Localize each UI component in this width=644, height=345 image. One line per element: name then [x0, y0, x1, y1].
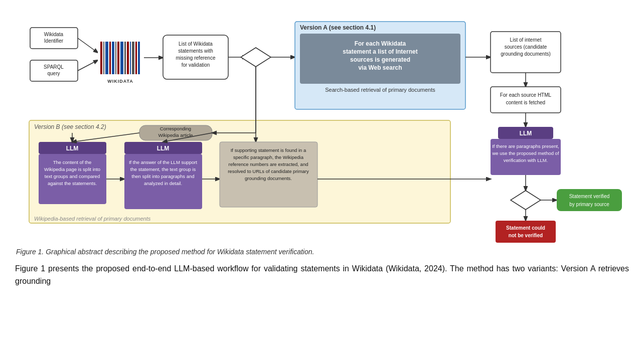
svg-text:text groups and compared: text groups and compared — [45, 174, 100, 179]
svg-text:The content of the: The content of the — [53, 159, 92, 165]
svg-text:WIKIDATA: WIKIDATA — [107, 79, 133, 84]
svg-text:via Web search: via Web search — [358, 64, 402, 71]
svg-text:content is fetched: content is fetched — [506, 100, 545, 105]
svg-rect-18 — [115, 42, 116, 74]
body-text: Figure 1 presents the proposed end-to-en… — [15, 263, 629, 288]
svg-text:sources (candidate: sources (candidate — [505, 44, 547, 50]
svg-text:LLM: LLM — [157, 145, 170, 152]
svg-text:analyzed in detail.: analyzed in detail. — [144, 181, 182, 186]
svg-text:List of internet: List of internet — [510, 37, 542, 43]
svg-text:sources is generated: sources is generated — [350, 56, 410, 63]
svg-text:LLM: LLM — [520, 130, 532, 137]
svg-text:we use the proposed method of: we use the proposed method of — [492, 150, 559, 156]
svg-text:Statement verified: Statement verified — [569, 194, 610, 199]
svg-text:grounding documents): grounding documents) — [501, 51, 551, 57]
svg-text:Wikidata: Wikidata — [44, 32, 64, 37]
diagram-svg: Version B (see section 4.2) Wikipedia-ba… — [15, 10, 629, 246]
svg-rect-19 — [117, 42, 119, 74]
svg-text:For each source HTML: For each source HTML — [500, 92, 552, 98]
svg-text:If supporting statement is fou: If supporting statement is found in a — [231, 147, 306, 153]
svg-text:then split into paragraphs and: then split into paragraphs and — [131, 174, 194, 179]
svg-rect-25 — [135, 42, 137, 74]
page-container: Version B (see section 4.2) Wikipedia-ba… — [0, 0, 644, 298]
figure-caption: Figure 1. Graphical abstract describing … — [15, 248, 629, 256]
svg-text:resolved to URLs of candidate : resolved to URLs of candidate primary — [228, 168, 309, 174]
svg-rect-17 — [112, 42, 114, 74]
svg-text:against the statements.: against the statements. — [48, 181, 97, 186]
svg-text:Statement could: Statement could — [506, 225, 545, 231]
svg-text:missing reference: missing reference — [176, 55, 216, 61]
diagram-area: Version B (see section 4.2) Wikipedia-ba… — [15, 10, 629, 246]
svg-text:statements with: statements with — [178, 48, 213, 54]
svg-text:verification with LLM.: verification with LLM. — [504, 157, 548, 163]
svg-rect-20 — [120, 42, 123, 74]
svg-text:Version B (see section 4.2): Version B (see section 4.2) — [34, 123, 106, 130]
svg-text:If there are paragraphs presen: If there are paragraphs present, — [492, 143, 559, 149]
svg-rect-22 — [127, 42, 129, 74]
svg-text:SPARQL: SPARQL — [44, 64, 64, 70]
svg-rect-24 — [132, 42, 134, 74]
svg-text:specific paragraph, the Wikipe: specific paragraph, the Wikipedia — [233, 154, 304, 160]
svg-text:by primary source: by primary source — [569, 202, 609, 207]
svg-text:Wikipedia-based retrieval of p: Wikipedia-based retrieval of primary doc… — [34, 216, 151, 222]
svg-text:statement a list of Internet: statement a list of Internet — [343, 48, 417, 55]
svg-text:For each Wikidata: For each Wikidata — [355, 40, 406, 47]
svg-rect-13 — [100, 42, 102, 74]
svg-rect-15 — [105, 42, 108, 74]
svg-text:List of Wikidata: List of Wikidata — [179, 41, 213, 47]
svg-text:reference numbers are extracte: reference numbers are extracted, and — [229, 161, 308, 167]
svg-text:LLM: LLM — [66, 145, 79, 152]
svg-text:grounding documents.: grounding documents. — [245, 176, 292, 181]
svg-text:If the answer of the LLM suppo: If the answer of the LLM support — [129, 159, 198, 165]
svg-rect-64 — [557, 189, 622, 211]
svg-rect-68 — [496, 221, 556, 243]
svg-text:Corresponding: Corresponding — [160, 126, 191, 131]
svg-text:Wikipedia page is split into: Wikipedia page is split into — [44, 166, 100, 172]
svg-text:not be verified: not be verified — [509, 233, 543, 238]
svg-rect-21 — [124, 42, 126, 74]
svg-text:query: query — [47, 71, 60, 76]
svg-text:for validation: for validation — [182, 62, 210, 68]
svg-text:Identifier: Identifier — [44, 38, 64, 44]
svg-rect-14 — [103, 42, 104, 74]
svg-text:the statement, the text group : the statement, the text group is — [130, 166, 196, 172]
svg-rect-26 — [138, 42, 140, 74]
svg-rect-23 — [130, 42, 131, 74]
svg-text:Search-based retrieval of prim: Search-based retrieval of primary docume… — [325, 87, 435, 93]
svg-rect-16 — [109, 42, 111, 74]
svg-text:Version A (see section 4.1): Version A (see section 4.1) — [300, 24, 376, 31]
